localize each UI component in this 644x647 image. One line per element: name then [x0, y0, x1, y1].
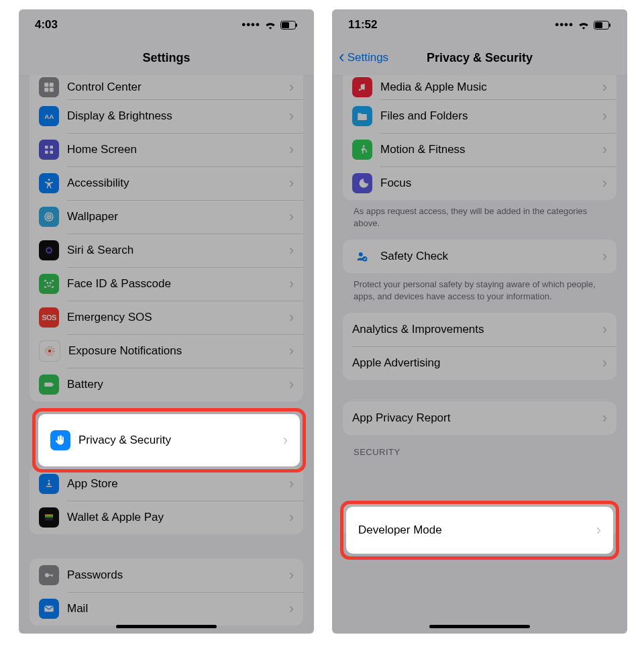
phone-settings: 4:03 •••• Settings Control Center›AADisp… [19, 9, 314, 634]
settings-row-wallpaper[interactable]: Wallpaper› [30, 200, 303, 234]
home-screen-icon [39, 140, 59, 160]
battery-icon [594, 21, 611, 30]
row-label: Control Center [67, 81, 289, 94]
row-label: Motion & Fitness [380, 143, 602, 156]
settings-row-safety-check[interactable]: Safety Check › [343, 240, 616, 273]
svg-point-20 [48, 350, 52, 353]
row-label: Wallpaper [67, 210, 289, 223]
chevron-right-icon: › [289, 176, 294, 191]
row-label: Siri & Search [67, 244, 289, 257]
chevron-right-icon: › [289, 510, 294, 525]
row-label: Exposure Notifications [68, 344, 289, 358]
svg-rect-9 [50, 146, 54, 149]
motion-fitness-icon [352, 140, 372, 160]
settings-row-lockdown-mode[interactable]: Lockdown Mode Off › [343, 503, 616, 536]
chevron-right-icon: › [289, 568, 294, 583]
security-header: SECURITY [343, 435, 616, 461]
page-title: Privacy & Security [427, 51, 533, 65]
chevron-right-icon: › [289, 477, 294, 491]
safety-check-group: Safety Check › [343, 240, 616, 273]
settings-scroll[interactable]: Control Center›AADisplay & Brightness›Ho… [19, 75, 314, 634]
svg-rect-6 [50, 88, 54, 92]
chevron-right-icon: › [602, 356, 607, 370]
safety-footer: Protect your personal safety by staying … [343, 273, 616, 305]
chevron-left-icon: ‹ [339, 48, 345, 65]
files-folders-icon [352, 106, 372, 126]
status-icons: •••• [241, 18, 298, 32]
svg-rect-24 [52, 384, 54, 386]
settings-row-motion-fitness[interactable]: Motion & Fitness› [343, 133, 616, 166]
settings-row-passwords[interactable]: Passwords› [30, 558, 303, 592]
home-indicator[interactable] [429, 625, 530, 628]
emergency-sos-icon: SOS [39, 307, 59, 328]
chevron-right-icon: › [602, 512, 607, 527]
wifi-icon [578, 20, 590, 30]
privacy-scroll[interactable]: Media & Apple Music›Files and Folders›Mo… [332, 75, 627, 634]
settings-row-display-brightness[interactable]: AADisplay & Brightness› [30, 99, 303, 133]
settings-row-control-center[interactable]: Control Center› [30, 75, 303, 99]
settings-row-emergency-sos[interactable]: SOSEmergency SOS› [30, 301, 303, 334]
settings-row-media-apple-music[interactable]: Media & Apple Music› [343, 75, 616, 99]
svg-point-35 [363, 145, 365, 147]
settings-row-analytics-improvements[interactable]: Analytics & Improvements› [343, 313, 616, 346]
chevron-right-icon: › [289, 142, 294, 157]
settings-row-exposure-notifications[interactable]: Exposure Notifications› [30, 334, 303, 368]
chevron-right-icon: › [289, 344, 294, 358]
row-label: Wallet & Apple Pay [67, 511, 289, 524]
wallpaper-icon [39, 207, 59, 227]
settings-row-siri-search[interactable]: Siri & Search› [30, 234, 303, 267]
chevron-right-icon: › [289, 377, 294, 392]
settings-row-wallet-apple-pay[interactable]: Wallet & Apple Pay› [30, 501, 303, 534]
row-label: Lockdown Mode [352, 513, 583, 526]
chevron-right-icon: › [602, 176, 607, 191]
categories-footer: As apps request access, they will be add… [343, 200, 616, 232]
settings-row-app-store[interactable]: App Store› [30, 467, 303, 501]
chevron-right-icon: › [289, 601, 294, 616]
status-icons: •••• [555, 18, 611, 32]
nav-bar: ‹ Settings Privacy & Security [332, 40, 627, 76]
cellular-icon: •••• [555, 18, 574, 32]
chevron-right-icon: › [289, 209, 294, 224]
svg-point-28 [45, 573, 49, 577]
settings-row-app-privacy-report[interactable]: App Privacy Report › [343, 401, 616, 435]
mail-icon [39, 599, 59, 619]
settings-row-home-screen[interactable]: Home Screen› [30, 133, 303, 166]
row-label: Emergency SOS [67, 311, 289, 324]
settings-row-apple-advertising[interactable]: Apple Advertising› [343, 346, 616, 380]
lockdown-group: Lockdown Mode Off › [343, 503, 616, 536]
settings-row-files-folders[interactable]: Files and Folders› [343, 99, 616, 133]
svg-rect-8 [45, 146, 48, 149]
row-label: Face ID & Passcode [67, 277, 289, 291]
row-label: Analytics & Improvements [352, 323, 602, 336]
settings-row-focus[interactable]: Focus› [343, 166, 616, 200]
app-privacy-group: App Privacy Report › [343, 401, 616, 435]
settings-group-2: App Store›Wallet & Apple Pay› [30, 467, 303, 534]
focus-icon [352, 173, 372, 193]
svg-rect-3 [44, 83, 48, 87]
settings-row-mail[interactable]: Mail› [30, 592, 303, 626]
control-center-icon [39, 77, 59, 97]
settings-row-faceid-passcode[interactable]: Face ID & Passcode› [30, 267, 303, 301]
chevron-right-icon: › [289, 80, 294, 95]
chevron-right-icon: › [602, 80, 607, 95]
settings-row-battery[interactable]: Battery› [30, 368, 303, 401]
chevron-right-icon: › [602, 411, 607, 426]
settings-group-1: Control Center›AADisplay & Brightness›Ho… [30, 75, 303, 401]
row-label: Mail [67, 602, 289, 615]
chevron-right-icon: › [289, 277, 294, 291]
svg-rect-11 [50, 151, 54, 154]
settings-row-accessibility[interactable]: Accessibility› [30, 166, 303, 200]
row-label: Apple Advertising [352, 356, 602, 370]
svg-rect-5 [44, 88, 48, 92]
siri-search-icon [39, 240, 59, 260]
wallet-apple-pay-icon [39, 507, 59, 528]
back-label: Settings [347, 51, 388, 64]
chevron-right-icon: › [602, 109, 607, 123]
chevron-right-icon: › [602, 322, 607, 337]
display-brightness-icon: AA [39, 106, 59, 126]
row-label: Safety Check [380, 250, 602, 263]
svg-point-36 [359, 252, 363, 256]
back-button[interactable]: ‹ Settings [339, 40, 388, 75]
cellular-icon: •••• [241, 18, 260, 32]
home-indicator[interactable] [116, 625, 217, 628]
